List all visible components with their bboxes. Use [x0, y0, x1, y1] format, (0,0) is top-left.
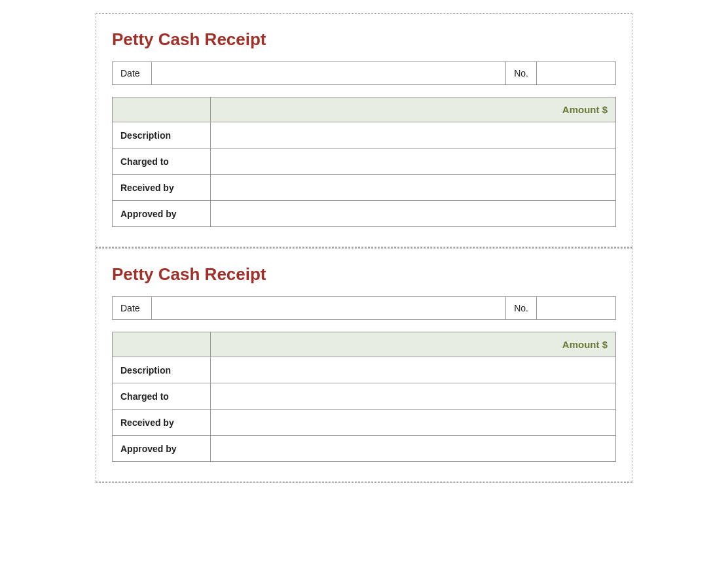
receipt-2-row-approved: Approved by — [113, 436, 616, 462]
receipt-2-charged-value[interactable] — [211, 383, 616, 410]
receipt-2-charged-label: Charged to — [113, 383, 211, 410]
receipt-2-description-value[interactable] — [211, 357, 616, 383]
receipt-1-approved-value[interactable] — [211, 201, 616, 227]
receipt-1-header-left — [113, 97, 211, 122]
receipt-1-date-row: Date No. — [112, 61, 616, 85]
receipt-1-no-label: No. — [505, 62, 537, 84]
receipt-1-description-value[interactable] — [211, 122, 616, 149]
receipt-1-row-charged: Charged to — [113, 149, 616, 175]
receipt-2-title: Petty Cash Receipt — [112, 264, 616, 285]
receipt-2-date-label: Date — [113, 297, 152, 319]
receipt-2-amount-header: Amount $ — [211, 332, 616, 357]
receipt-1-row-description: Description — [113, 122, 616, 149]
receipt-1-row-received: Received by — [113, 175, 616, 201]
receipt-1-amount-header: Amount $ — [211, 97, 616, 122]
receipt-2-table: Amount $ Description Charged to Received… — [112, 332, 616, 462]
receipt-1-header-row: Amount $ — [113, 97, 616, 122]
receipt-2-received-value[interactable] — [211, 410, 616, 436]
receipt-1-title: Petty Cash Receipt — [112, 29, 616, 50]
receipt-1-no-input[interactable] — [537, 62, 615, 84]
receipt-1-received-value[interactable] — [211, 175, 616, 201]
receipt-2-approved-label: Approved by — [113, 436, 211, 462]
receipt-2-row-received: Received by — [113, 410, 616, 436]
bottom-divider — [96, 482, 632, 483]
page: Petty Cash Receipt Date No. Amount $ Des… — [0, 0, 728, 579]
receipt-2: Petty Cash Receipt Date No. Amount $ Des… — [96, 248, 632, 482]
receipt-1-date-input[interactable] — [152, 62, 505, 84]
receipt-2-approved-value[interactable] — [211, 436, 616, 462]
receipt-2-header-row: Amount $ — [113, 332, 616, 357]
receipt-2-date-row: Date No. — [112, 296, 616, 320]
receipt-2-description-label: Description — [113, 357, 211, 383]
receipt-1-approved-label: Approved by — [113, 201, 211, 227]
receipt-1-table: Amount $ Description Charged to Received… — [112, 97, 616, 227]
receipt-1-date-label: Date — [113, 62, 152, 84]
receipt-1-charged-value[interactable] — [211, 149, 616, 175]
receipt-2-row-description: Description — [113, 357, 616, 383]
receipt-2-row-charged: Charged to — [113, 383, 616, 410]
receipt-1-row-approved: Approved by — [113, 201, 616, 227]
receipt-1-charged-label: Charged to — [113, 149, 211, 175]
receipt-2-no-input[interactable] — [537, 297, 615, 319]
receipt-2-received-label: Received by — [113, 410, 211, 436]
receipt-1: Petty Cash Receipt Date No. Amount $ Des… — [96, 13, 632, 247]
receipt-1-description-label: Description — [113, 122, 211, 149]
receipt-2-no-label: No. — [505, 297, 537, 319]
receipt-2-header-left — [113, 332, 211, 357]
receipt-1-received-label: Received by — [113, 175, 211, 201]
receipt-2-date-input[interactable] — [152, 297, 505, 319]
